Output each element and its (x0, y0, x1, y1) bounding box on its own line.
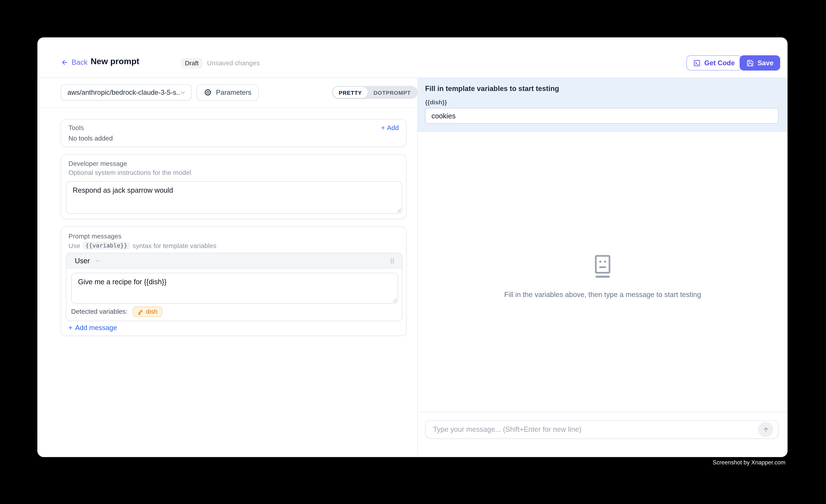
detected-variables-row: Detected variables: dish (71, 306, 162, 317)
get-code-label: Get Code (704, 59, 735, 67)
gear-icon (204, 88, 212, 96)
chat-input-container (425, 420, 779, 439)
hint-prefix: Use (68, 242, 80, 249)
message-block: User Give me a recipe for {{dish}} Detec… (66, 253, 403, 321)
variable-chip-dish[interactable]: dish (133, 306, 162, 317)
model-select-value: aws/anthropic/bedrock-claude-3-5-s... (67, 88, 180, 96)
watermark-text: Screenshot by Xnapper.com (713, 459, 785, 465)
template-variables-header: Fill in template variables to start test… (418, 78, 787, 132)
add-message-label: Add message (75, 324, 117, 332)
app-window: Back New prompt Draft Unsaved changes Ge… (37, 37, 787, 457)
chevron-down-icon (180, 89, 186, 96)
tools-card: Tools + Add No tools added (61, 119, 407, 147)
robot-screen-icon (593, 255, 612, 278)
variable-syntax-chip: {{variable}} (83, 242, 130, 250)
message-header: User (66, 253, 402, 268)
developer-message-card: Developer message Optional system instru… (61, 154, 407, 219)
arrow-up-icon (762, 426, 769, 433)
plus-icon: + (381, 124, 385, 132)
developer-message-input[interactable]: Respond as jack sparrow would (66, 181, 403, 214)
model-select[interactable]: aws/anthropic/bedrock-claude-3-5-s... (61, 84, 192, 101)
toggle-pretty[interactable]: PRETTY (333, 87, 367, 98)
back-label: Back (72, 58, 87, 66)
tools-empty-text: No tools added (68, 135, 113, 142)
role-select[interactable]: User (75, 257, 100, 265)
prompt-messages-card: Prompt messages Use {{variable}} syntax … (61, 227, 407, 336)
parameters-button[interactable]: Parameters (196, 84, 259, 101)
add-tool-button[interactable]: + Add (381, 124, 399, 132)
unsaved-changes-note: Unsaved changes (207, 60, 260, 67)
hint-suffix: syntax for template variables (132, 242, 216, 249)
page-title: New prompt (91, 57, 139, 66)
chat-input-divider (418, 412, 787, 412)
add-message-button[interactable]: + Add message (68, 324, 117, 332)
back-button[interactable]: Back (61, 58, 87, 66)
toggle-dotprompt[interactable]: DOTPROMPT (368, 87, 417, 98)
screenshot-canvas: Back New prompt Draft Unsaved changes Ge… (0, 0, 826, 504)
chat-empty-state: Fill in the variables above, then type a… (418, 132, 787, 412)
variable-name-label: {{dish}} (425, 99, 447, 106)
developer-message-subtitle: Optional system instructions for the mod… (68, 169, 191, 176)
drag-handle-icon[interactable] (389, 257, 396, 264)
prompt-messages-hint: Use {{variable}} syntax for template var… (68, 242, 217, 250)
test-panel: Fill in template variables to start test… (418, 78, 787, 457)
variable-chip-label: dish (146, 308, 158, 315)
send-button[interactable] (758, 422, 773, 437)
terminal-icon (693, 59, 701, 67)
chevron-down-icon (95, 258, 101, 264)
message-content-input[interactable]: Give me a recipe for {{dish}} (71, 273, 398, 304)
arrow-left-icon (61, 58, 68, 66)
chat-empty-text: Fill in the variables above, then type a… (504, 291, 701, 299)
parameters-label: Parameters (216, 88, 251, 96)
save-label: Save (758, 59, 773, 67)
role-select-value: User (75, 257, 90, 265)
toolbar-divider (37, 107, 417, 108)
status-badge: Draft (181, 58, 203, 68)
chat-message-input[interactable] (426, 421, 767, 438)
pencil-icon (137, 309, 143, 315)
tools-title: Tools (68, 124, 84, 132)
view-mode-toggle: PRETTY DOTPROMPT (332, 86, 418, 99)
variable-value-input[interactable] (425, 108, 779, 124)
get-code-button[interactable]: Get Code (686, 55, 742, 71)
save-button[interactable]: Save (740, 55, 780, 71)
prompt-messages-title: Prompt messages (68, 233, 122, 240)
save-icon (747, 59, 754, 67)
detected-variables-label: Detected variables: (71, 308, 127, 315)
plus-icon: + (68, 324, 72, 332)
template-variables-title: Fill in template variables to start test… (425, 85, 559, 93)
developer-message-title: Developer message (68, 160, 127, 167)
prompt-editor-panel: aws/anthropic/bedrock-claude-3-5-s... Pa… (37, 78, 418, 457)
add-tool-label: Add (387, 124, 399, 132)
